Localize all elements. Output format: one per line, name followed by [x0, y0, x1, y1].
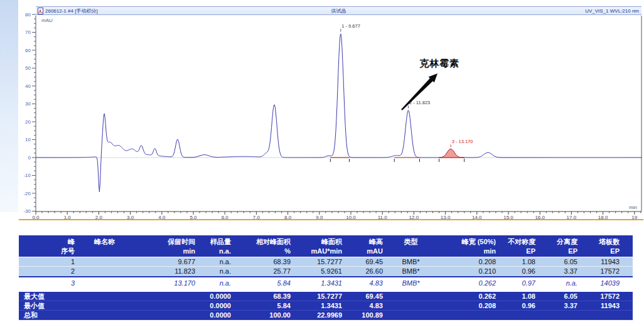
table-cell: 1.08 [498, 257, 538, 266]
y-tick-label: 30 [25, 101, 31, 107]
table-cell: 1.3431 [293, 278, 345, 288]
summary-cell: 100.89 [345, 311, 385, 319]
table-cell: 9.677 [144, 257, 198, 266]
chromatography-workspace: 260612-1 #4 [手动积分] 供试品 UV_VIS_1 WVL:210 … [0, 0, 644, 332]
summary-cell: 1.3431 [293, 301, 345, 310]
summary-cell [385, 292, 436, 301]
table-header-cell [385, 246, 436, 257]
table-header-cell: EP [498, 246, 538, 257]
table-header-cell: mAU [345, 246, 385, 257]
y-tick-label: -10 [23, 173, 31, 178]
summary-cell: 11943 [580, 301, 633, 310]
peak-label: 1 - 9.677 [341, 23, 360, 29]
table-cell: 69.45 [345, 257, 385, 266]
table-cell: 2 [19, 267, 78, 276]
summary-cell: 1.08 [498, 292, 538, 301]
table-cell: 0.97 [498, 278, 538, 288]
table-header-cell: n.a. [198, 246, 233, 257]
table-cell: n.a. [198, 278, 233, 288]
summary-cell: 17572 [580, 292, 633, 301]
summary-cell: 0.208 [436, 301, 498, 310]
summary-row-最小值: 最小值0.00005.841.34314.830.2080.963.371194… [19, 301, 633, 311]
table-header-cell: 保留时间 [144, 237, 198, 246]
summary-cell [144, 292, 198, 301]
annotation-clindamycin[interactable]: 克林霉素 [419, 58, 459, 70]
table-cell [78, 278, 144, 288]
summary-cell [385, 311, 436, 319]
summary-cell: 68.39 [233, 292, 293, 301]
summary-cell: 69.45 [345, 292, 385, 301]
table-header-cell [78, 246, 144, 257]
y-tick-label: 20 [25, 119, 31, 125]
x-axis-unit-label: min [612, 205, 637, 210]
table-cell: 25.77 [233, 267, 293, 276]
summary-cell: 15.7277 [293, 292, 345, 301]
table-cell: 5.9261 [293, 267, 345, 276]
table-header-cell: 峰面积 [293, 237, 345, 246]
peak-label: 3 - 13.170 [452, 139, 473, 144]
chromatogram-plot[interactable]: -30-20-10010203040506070800.01.02.03.04.… [0, 0, 644, 221]
summary-cell: 0.0000 [198, 292, 233, 301]
table-header-cell: 峰高 [345, 237, 385, 246]
table-header-cell: EP [580, 246, 633, 257]
summary-cell [78, 292, 144, 301]
summary-cell [580, 311, 633, 319]
summary-cell: 5.84 [233, 301, 293, 310]
summary-cell [538, 311, 580, 319]
table-cell: 5.84 [233, 278, 293, 288]
signal-trace [36, 34, 642, 192]
table-cell: 11943 [580, 257, 633, 266]
peak-label: 2 - 11.823 [409, 100, 430, 105]
table-header-cell: % [233, 246, 293, 257]
table-cell: BMB* [385, 267, 436, 276]
summary-cell: 0.96 [498, 301, 538, 310]
table-cell [78, 267, 144, 276]
table-header-cell: min [144, 246, 198, 257]
table-cell: BMB* [385, 278, 436, 288]
table-cell: 0.262 [436, 278, 498, 288]
y-tick-label: 40 [25, 83, 31, 89]
table-header-row-2: 序号minn.a.%mAU*minmAUminEPEPEP [19, 246, 633, 257]
summary-cell: 100.00 [233, 311, 293, 319]
table-header-cell: 样品量 [198, 237, 233, 246]
y-tick-label: -20 [23, 191, 31, 196]
table-header-cell: 序号 [19, 246, 78, 257]
table-cell: 14039 [580, 278, 633, 288]
summary-cell [144, 301, 198, 310]
table-cell: 1 [19, 257, 78, 266]
summary-cell: 22.9969 [293, 311, 345, 319]
table-header-cell: 峰 [19, 237, 78, 246]
table-header-cell: 峰宽 (50%) [436, 237, 498, 246]
y-tick-label: -30 [23, 208, 31, 214]
table-cell: n.a. [198, 257, 233, 266]
summary-cell: 最大值 [19, 292, 78, 301]
summary-row-最大值: 最大值0.000068.3915.727769.450.2621.086.051… [19, 292, 633, 301]
peak-row-1[interactable]: 19.677n.a.68.3915.727769.45BMB*0.2081.08… [19, 257, 633, 267]
table-cell [78, 257, 144, 266]
table-cell: n.a. [538, 278, 580, 288]
y-tick-label: 0 [28, 155, 31, 161]
time-axis-highlight [19, 219, 643, 220]
table-header-row-1: 峰峰名称保留时间样品量相对峰面积峰面积峰高类型峰宽 (50%)不对称度分离度塔板… [19, 235, 633, 246]
table-cell: 17572 [580, 267, 633, 276]
summary-cell: 4.83 [345, 301, 385, 310]
peak-row-3[interactable]: 313.170n.a.5.841.34314.83BMB*0.2620.97n.… [19, 278, 633, 288]
table-header-cell: 不对称度 [498, 237, 538, 246]
summary-row-总和: 总和0.0000100.0022.9969100.89 [19, 311, 633, 320]
summary-cell: 0.0000 [198, 311, 233, 319]
table-header: 峰峰名称保留时间样品量相对峰面积峰面积峰高类型峰宽 (50%)不对称度分离度塔板… [19, 235, 633, 257]
summary-cell: 0.262 [436, 292, 498, 301]
y-tick-label: 10 [25, 137, 31, 142]
table-cell: 6.05 [538, 257, 580, 266]
summary-cell [144, 311, 198, 319]
table-cell: 13.170 [144, 278, 198, 288]
summary-cell: 最小值 [19, 301, 78, 310]
peak-row-2[interactable]: 211.823n.a.25.775.926126.60BMB*0.2100.96… [19, 267, 633, 276]
table-header-cell: 塔板数 [580, 237, 633, 246]
y-tick-label: 50 [25, 65, 31, 71]
integration-results-table: 峰峰名称保留时间样品量相对峰面积峰面积峰高类型峰宽 (50%)不对称度分离度塔板… [19, 235, 633, 320]
summary-cell [385, 301, 436, 310]
table-body: 19.677n.a.68.3915.727769.45BMB*0.2081.08… [19, 257, 633, 320]
table-header-cell: 相对峰面积 [233, 237, 293, 246]
table-cell: 15.7277 [293, 257, 345, 266]
